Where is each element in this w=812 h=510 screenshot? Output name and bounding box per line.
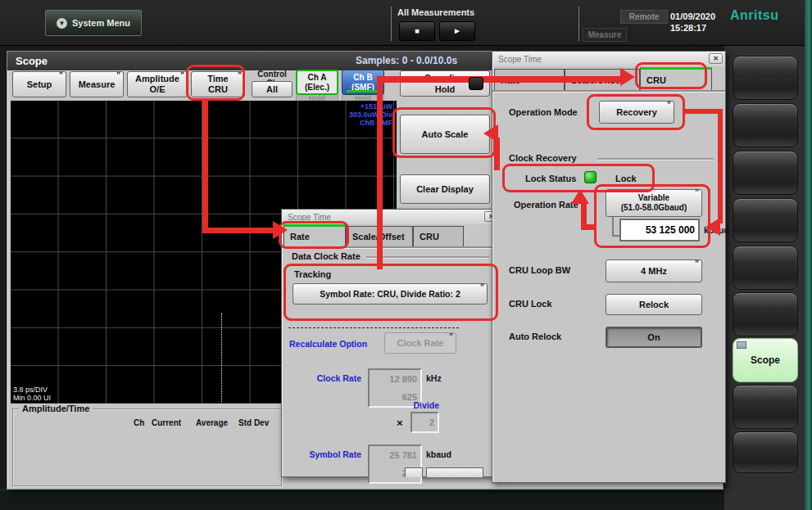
ch-b-label-2: (SMF) [352, 83, 374, 93]
sampling-hold-indicator [469, 77, 483, 90]
setup-label: Setup [27, 79, 52, 90]
annotation-rect-tracking [284, 264, 498, 321]
annotation-line-tracking-up [377, 79, 383, 269]
measure-status-badge: Measure [583, 28, 627, 42]
recalculate-clock-rate-label: Clock Rate [397, 338, 444, 349]
annotation-rect-auto-scale [392, 107, 496, 158]
timebase-min: Min 0.00 UI [13, 394, 51, 402]
scope-time-rate-dialog: Scope Time ✕ Rate Scale/Offset CRU Data … [281, 209, 501, 477]
amplitude-oe-button[interactable]: Amplitude O/E [127, 71, 188, 97]
divide-ratio-field: 2 [411, 412, 439, 433]
ch-a-label-1: Ch A [308, 73, 327, 83]
cru-loop-bw-value: 4 MHz [641, 266, 667, 277]
bottom-bar [0, 490, 724, 510]
cru-loop-bw-label: CRU Loop BW [509, 265, 570, 275]
dashed-separator [288, 327, 459, 328]
clipped-button-1[interactable] [405, 467, 423, 477]
channel-info-readout: +1515uW 303.0uW/Div ChB SMF [349, 102, 392, 127]
top-bar: ▼ System Menu All Measurements ■ ► Measu… [0, 0, 812, 46]
annotation-rect-cru-tab [635, 62, 707, 89]
annotation-rect-rate-tab [279, 221, 349, 249]
operation-mode-label: Operation Mode [509, 107, 578, 117]
topbar-divider [391, 7, 392, 41]
setup-button[interactable]: Setup [12, 71, 66, 97]
cru-lock-label: CRU Lock [509, 299, 552, 309]
annotation-line-recovery-right [683, 109, 723, 114]
multiply-sign: × [397, 417, 403, 429]
remote-status-badge: Remote [620, 10, 668, 24]
cru-relock-button[interactable]: Relock [606, 294, 702, 315]
control-ch-all-button[interactable]: All [252, 81, 293, 97]
softkey-scope-label: Scope [751, 354, 780, 366]
annotation-line-to-rate-tab [202, 228, 274, 233]
recalculate-option-label: Recalculate Option [289, 339, 367, 349]
softkey-6[interactable] [733, 292, 798, 336]
clear-display-button[interactable]: Clear Display [400, 174, 490, 204]
auto-relock-value: On [647, 332, 660, 343]
ch-a-button[interactable]: Ch A (Elec.) [296, 70, 338, 95]
clipped-button-2[interactable] [426, 467, 483, 477]
stop-icon: ■ [415, 27, 419, 35]
clock-rate-unit: kHz [426, 373, 442, 383]
stats-header-current: Current [152, 418, 181, 427]
ch-info-power: +1515uW [349, 102, 392, 111]
all-measurements-label: All Measurements [397, 7, 474, 17]
annotation-line-recovery-down [718, 109, 723, 223]
symbol-rate-field: 25 781 250 [368, 445, 422, 484]
amplitude-label-1: Amplitude [135, 74, 179, 84]
amplitude-time-groupbox: Amplitude/Time Ch Current Average Std De… [12, 408, 283, 487]
section-rule [366, 256, 489, 258]
recalculate-clock-rate-button[interactable]: Clock Rate [384, 332, 456, 354]
ch-b-label-1: Ch B [353, 73, 372, 83]
measure-label: Measure [79, 79, 116, 90]
samples-counter: Samples: 0 - 0.0/10.0s [356, 52, 457, 70]
symbol-rate-label: Symbol Rate [298, 449, 361, 459]
stats-header-average: Average [196, 418, 228, 427]
system-menu-button[interactable]: ▼ System Menu [45, 10, 142, 36]
cru-dialog-close-icon[interactable]: ✕ [709, 53, 723, 64]
ch-info-scale: 303.0uW/Div [349, 111, 392, 119]
system-menu-arrow-icon: ▼ [57, 18, 67, 29]
annotation-line-to-cru-tab [377, 76, 623, 83]
clear-display-label: Clear Display [416, 184, 474, 195]
stats-header-stddev: Std Dev [238, 418, 269, 427]
softkey-panel: Scope [724, 33, 805, 510]
softkey-1[interactable] [733, 56, 798, 100]
rate-tab-cru[interactable]: CRU [413, 226, 464, 247]
anritsu-logo: Anritsu [730, 8, 779, 23]
control-ch-all-label: All [266, 84, 278, 95]
measure-button[interactable]: Measure [70, 71, 124, 97]
data-clock-rate-section-label: Data Clock Rate [292, 251, 361, 261]
date-time: 01/09/2020 15:28:17 [670, 11, 715, 34]
operation-rate-label: Operation Rate [514, 200, 578, 210]
softkey-2[interactable] [733, 103, 798, 147]
softkey-5[interactable] [733, 246, 798, 290]
softkey-scope[interactable]: Scope [733, 338, 798, 382]
symbol-rate-unit: kbaud [426, 449, 451, 459]
softkey-8[interactable] [733, 385, 798, 429]
front-panel-edge [805, 0, 812, 510]
auto-relock-button[interactable]: On [606, 327, 702, 348]
play-icon: ► [453, 26, 461, 35]
softkey-9[interactable] [733, 431, 798, 473]
play-button[interactable]: ► [439, 21, 475, 41]
amplitude-label-2: O/E [150, 84, 166, 95]
clock-rate-label: Clock Rate [298, 373, 361, 383]
annotation-arrow-lock-status [571, 189, 589, 204]
timebase-readout: 3.8 ps/DIV Min 0.00 UI [13, 386, 51, 402]
cru-loop-bw-button[interactable]: 4 MHz [606, 260, 702, 282]
scope-key-icon [737, 341, 746, 349]
softkey-3[interactable] [733, 151, 798, 195]
topbar-divider-2 [578, 7, 579, 41]
scope-window-title: Scope [16, 55, 48, 67]
annotation-line-rate-up [581, 204, 587, 228]
stop-button[interactable]: ■ [399, 21, 435, 41]
annotation-rect-time-cru [186, 65, 245, 101]
rate-tab-cru-label: CRU [420, 232, 439, 241]
softkey-4[interactable] [733, 198, 798, 242]
amplitude-time-label: Amplitude/Time [19, 404, 93, 413]
cru-tabstrip-line [492, 90, 725, 92]
timebase-per-div: 3.8 ps/DIV [13, 386, 51, 394]
date-label: 01/09/2020 [670, 11, 715, 22]
cru-relock-label: Relock [639, 300, 669, 310]
